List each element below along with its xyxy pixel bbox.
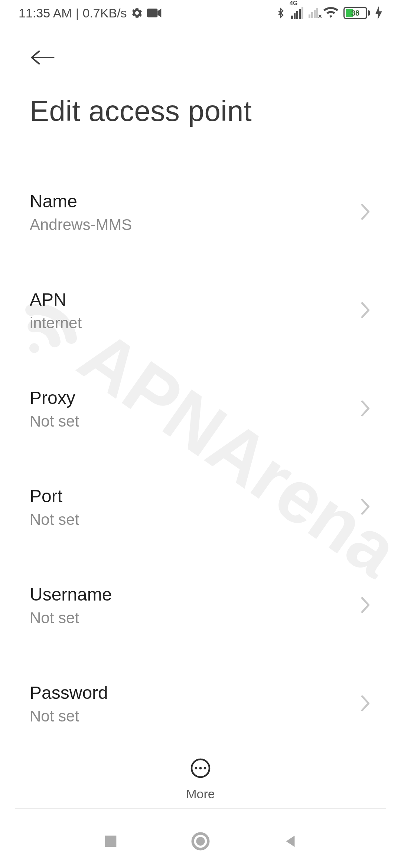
page-title: Edit access point (30, 94, 371, 128)
signal-label: 4G (290, 0, 297, 7)
nav-recents-button[interactable] (102, 833, 119, 851)
apn-list: Name Andrews-MMS APN internet Proxy Not … (0, 132, 401, 792)
row-name[interactable]: Name Andrews-MMS (30, 176, 371, 250)
row-port[interactable]: Port Not set (30, 471, 371, 545)
row-password[interactable]: Password Not set (30, 668, 371, 742)
charging-icon (375, 6, 382, 20)
camera-icon (147, 8, 162, 18)
row-value: Andrews-MMS (30, 216, 352, 234)
row-username[interactable]: Username Not set (30, 569, 371, 643)
status-time: 11:35 AM (19, 6, 72, 20)
row-value: Not set (30, 609, 352, 627)
more-icon (189, 757, 212, 781)
row-label: Password (30, 683, 352, 703)
svg-rect-6 (105, 836, 117, 847)
row-proxy[interactable]: Proxy Not set (30, 373, 371, 447)
nav-home-button[interactable] (190, 831, 211, 853)
gear-icon (131, 7, 143, 19)
system-nav-bar (0, 816, 401, 868)
row-value: Not set (30, 511, 352, 529)
battery-indicator: 38 (343, 7, 370, 19)
battery-pct: 38 (345, 9, 366, 17)
bluetooth-icon (276, 6, 286, 20)
chevron-right-icon (359, 498, 371, 517)
row-value: Not set (30, 707, 352, 725)
row-apn[interactable]: APN internet (30, 274, 371, 348)
svg-point-5 (204, 767, 206, 770)
row-label: Username (30, 584, 352, 605)
chevron-right-icon (359, 596, 371, 615)
row-value: internet (30, 314, 352, 332)
row-value: Not set (30, 412, 352, 430)
more-button[interactable]: More (0, 746, 401, 801)
bottom-divider (15, 808, 386, 809)
chevron-right-icon (359, 400, 371, 419)
svg-point-8 (196, 837, 205, 845)
header: Edit access point (0, 26, 401, 132)
wifi-icon (323, 7, 338, 19)
row-label: Port (30, 486, 352, 506)
row-label: APN (30, 289, 352, 310)
row-label: Proxy (30, 388, 352, 408)
chevron-right-icon (359, 301, 371, 320)
status-left: 11:35 AM | 0.7KB/s (19, 6, 162, 20)
signal-nosim-icon: × (309, 8, 318, 18)
svg-point-3 (195, 767, 198, 770)
svg-point-4 (199, 767, 202, 770)
more-label: More (186, 787, 215, 801)
svg-rect-0 (147, 9, 157, 17)
signal-4g: 4G (291, 7, 303, 19)
status-sep: | (76, 6, 79, 20)
back-button[interactable] (30, 48, 371, 68)
status-right: 4G × 38 (276, 6, 382, 20)
nav-back-button[interactable] (282, 833, 299, 851)
status-bar: 11:35 AM | 0.7KB/s 4G × (0, 0, 401, 26)
chevron-right-icon (359, 694, 371, 714)
status-netspeed: 0.7KB/s (83, 6, 127, 20)
row-label: Name (30, 191, 352, 211)
chevron-right-icon (359, 203, 371, 222)
